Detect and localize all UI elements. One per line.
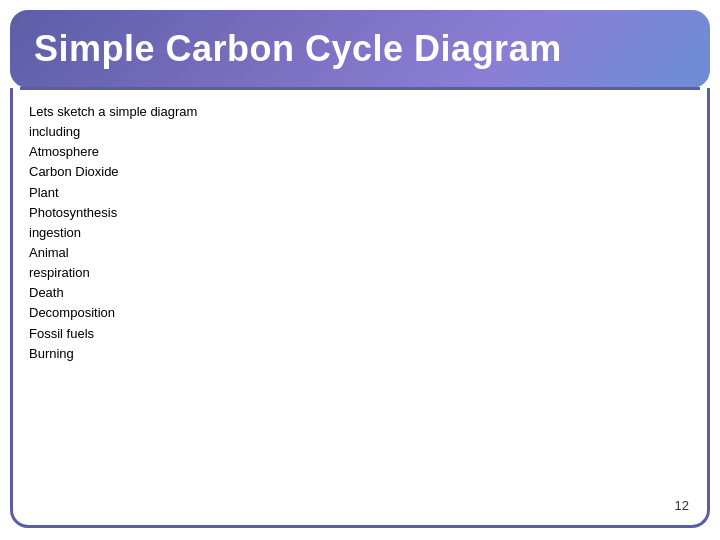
slide-number: 12 [675,498,689,513]
list-item-intro: Lets sketch a simple diagram [29,102,691,122]
list-item: Burning [29,344,691,364]
list-item: ingestion [29,223,691,243]
content-list: Lets sketch a simple diagram [29,102,691,122]
list-item: including [29,122,691,142]
list-item: Carbon Dioxide [29,162,691,182]
content-area: Lets sketch a simple diagram includingAt… [10,88,710,528]
list-item: Death [29,283,691,303]
slide: Simple Carbon Cycle Diagram Lets sketch … [0,10,720,540]
slide-header: Simple Carbon Cycle Diagram [10,10,710,88]
list-item: Plant [29,183,691,203]
list-item: Decomposition [29,303,691,323]
list-item: respiration [29,263,691,283]
list-item: Fossil fuels [29,324,691,344]
list-item: Animal [29,243,691,263]
list-item: Photosynthesis [29,203,691,223]
list-item: Atmosphere [29,142,691,162]
items-list: includingAtmosphereCarbon DioxidePlantPh… [29,122,691,364]
slide-title: Simple Carbon Cycle Diagram [34,28,562,69]
